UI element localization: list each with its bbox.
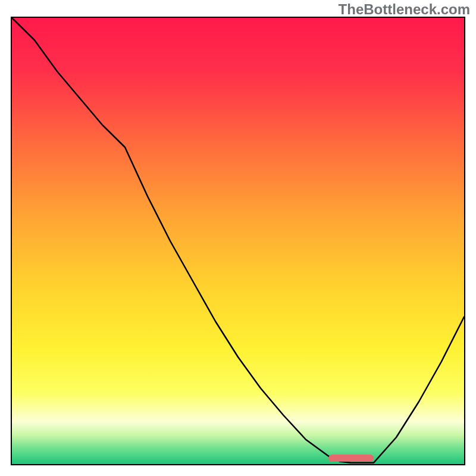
optimal-range-marker [328, 455, 374, 462]
chart-container: TheBottleneck.com [0, 0, 476, 476]
plot-area [11, 17, 465, 465]
gradient-background [12, 18, 464, 464]
plot-svg [11, 17, 465, 465]
watermark-text: TheBottleneck.com [339, 1, 470, 18]
